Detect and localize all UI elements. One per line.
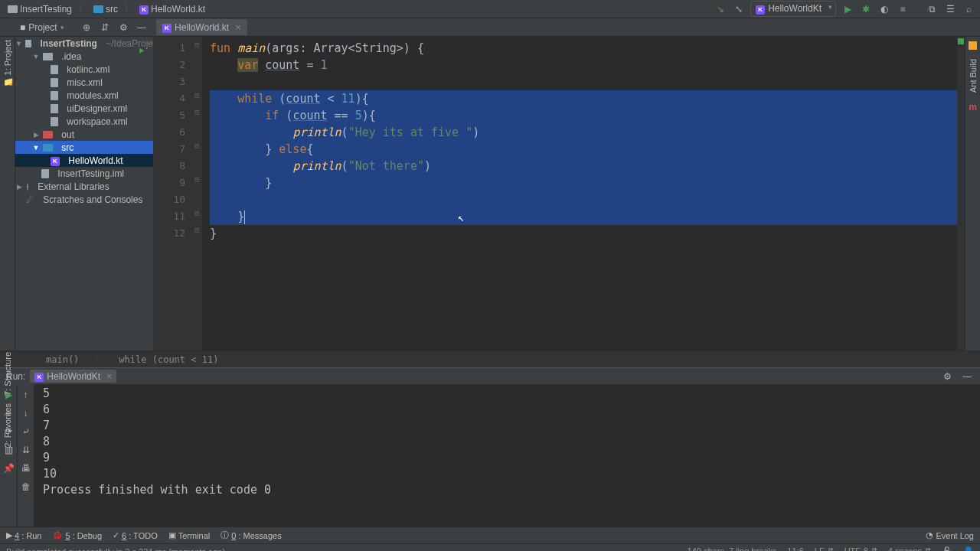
tab-run[interactable]: ▶ 44: Run: Run [6, 530, 41, 541]
tab-messages[interactable]: ⓘ 0: Messages [220, 530, 281, 541]
run-tab[interactable]: HelloWorldKt× [30, 370, 116, 383]
status-chars: 140 chars, 7 line breaks [688, 546, 777, 551]
wrap-icon[interactable]: ⤶ [20, 425, 32, 438]
minimize-icon[interactable]: — [135, 21, 149, 34]
settings-icon[interactable]: ⚙ [116, 21, 130, 34]
breadcrumb-file[interactable]: HelloWorld.kt [136, 2, 208, 16]
sidebar-tab-project[interactable]: 📁1: Project [2, 40, 12, 88]
print-icon[interactable]: 🖶 [20, 462, 32, 474]
console-line: Process finished with exit code 0 [43, 482, 971, 498]
tree-file[interactable]: kotlinc.xml [67, 64, 109, 75]
code-editor[interactable]: 1▶ 2345 6789 101112 ⊟ ⊟⊟ ⊟⊟ ⊟⊟ fun main(… [153, 37, 965, 350]
sidebar-tab-favorites[interactable]: 2: Favorites [3, 403, 12, 447]
tab-debug[interactable]: 🐞 5: Debug [52, 530, 102, 541]
breadcrumb-src[interactable]: src [90, 2, 121, 16]
clear-icon[interactable]: 🗑 [20, 481, 32, 493]
pin-icon[interactable]: 📌 [2, 462, 15, 474]
up-icon[interactable]: ↑ [20, 389, 32, 401]
locate-icon[interactable]: ⊕ [80, 21, 93, 34]
tree-file[interactable]: workspace.xml [67, 116, 127, 127]
console-line: 8 [43, 434, 971, 450]
tab-event-log[interactable]: ◔ Event Log [926, 530, 974, 540]
editor-minimap[interactable] [957, 37, 965, 350]
code-crumb-while[interactable]: while (count < 11) [119, 354, 218, 365]
code-crumb-main[interactable]: main() [46, 354, 79, 365]
sidebar-tab-ant[interactable]: Ant Build [969, 59, 978, 93]
editor-tab[interactable]: HelloWorld.kt × [156, 19, 247, 35]
vcs-icon[interactable]: ⧉ [925, 2, 939, 16]
status-message: Build completed successfully in 2 s 234 … [6, 547, 225, 552]
console-line: 9 [43, 450, 971, 466]
project-tree[interactable]: ▼ InsertTesting ~/IdeaProje ▼ .idea kotl… [15, 37, 153, 350]
run-config-select[interactable]: HelloWorldKt [750, 1, 836, 17]
tree-idea[interactable]: .idea [61, 51, 81, 62]
ant-build-icon[interactable] [969, 41, 977, 50]
tree-iml[interactable]: InsertTesting.iml [57, 168, 124, 179]
tree-src[interactable]: src [61, 142, 74, 153]
breadcrumb-project[interactable]: InsertTesting [5, 2, 75, 16]
scroll-icon[interactable]: ⇊ [20, 444, 32, 456]
search-icon[interactable]: ⌕ [962, 2, 975, 16]
collapse-icon[interactable]: ⇵ [98, 21, 112, 34]
structure-icon[interactable]: ☰ [943, 2, 957, 16]
console-line: 10 [43, 466, 971, 482]
inspection-ok-icon [958, 38, 964, 44]
build-icon[interactable]: ↘ [714, 2, 727, 16]
sync-icon[interactable]: ⤡ [732, 2, 746, 16]
project-view-label[interactable]: ■ Project ▾ [20, 22, 64, 33]
tree-file[interactable]: uiDesigner.xml [67, 103, 127, 114]
run-console[interactable]: 5 6 7 8 9 10 Process finished with exit … [34, 384, 980, 527]
run-settings-icon[interactable]: ⚙ [940, 370, 954, 383]
tree-ext-libs[interactable]: External Libraries [38, 181, 109, 192]
stop-icon[interactable]: ■ [896, 2, 910, 16]
status-lf[interactable]: LF ⇵ [815, 546, 834, 551]
maven-icon[interactable]: m [969, 102, 977, 112]
breadcrumb: InsertTesting 〉 src 〉 HelloWorld.kt [5, 2, 208, 16]
tree-scratches[interactable]: Scratches and Consoles [43, 194, 142, 205]
status-hector-icon[interactable]: 👤 [963, 546, 974, 551]
breadcrumb-sep: 〉 [124, 2, 133, 15]
tab-todo[interactable]: ✓ 6: TODO [113, 530, 158, 541]
project-path: ~/IdeaProje [106, 38, 153, 49]
gutter-run-icon[interactable]: ▶ [139, 42, 145, 59]
kotlin-icon [162, 21, 172, 33]
sidebar-tab-structure[interactable]: 7: Structure [3, 352, 12, 396]
run-hide-icon[interactable]: — [960, 370, 974, 383]
tree-root[interactable]: InsertTesting [40, 38, 96, 49]
console-line: 5 [43, 386, 971, 402]
tree-file[interactable]: modules.xml [67, 90, 118, 101]
console-line: 6 [43, 402, 971, 418]
breadcrumb-sep: 〉 [78, 2, 87, 15]
console-line: 7 [43, 418, 971, 434]
tree-file[interactable]: misc.xml [67, 77, 103, 88]
coverage-icon[interactable]: ◐ [877, 2, 891, 16]
debug-icon[interactable]: ✱ [859, 2, 873, 16]
status-pos[interactable]: 11:6 [787, 546, 803, 551]
close-run-tab-icon[interactable]: × [106, 371, 112, 382]
close-tab-icon[interactable]: × [235, 21, 241, 33]
tree-helloworld[interactable]: HelloWorld.kt [68, 155, 122, 166]
status-indent[interactable]: 4 spaces ⇵ [888, 546, 931, 551]
run-icon[interactable]: ▶ [841, 2, 854, 16]
tab-terminal[interactable]: ▣ Terminal [168, 530, 211, 541]
status-encoding[interactable]: UTF-8 ⇵ [844, 546, 877, 551]
status-lock-icon[interactable]: 🔓 [942, 546, 952, 551]
tree-out[interactable]: out [61, 129, 74, 140]
down-icon[interactable]: ↓ [20, 407, 32, 419]
editor-tab-label: HelloWorld.kt [175, 22, 229, 33]
